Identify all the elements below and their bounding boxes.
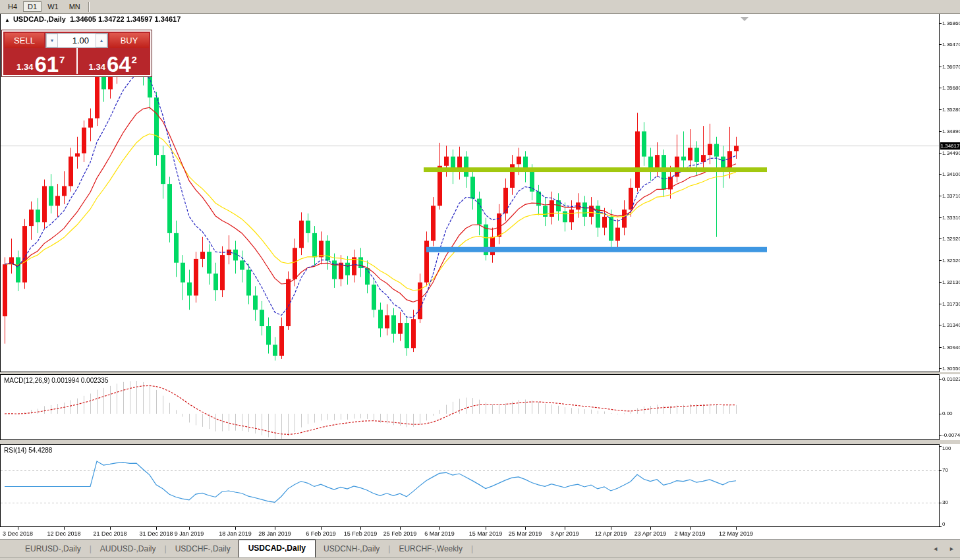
timeframe-button-mn[interactable]: MN <box>65 1 85 12</box>
buy-price[interactable]: 1.34 64 2 <box>77 49 150 74</box>
timeframe-button-d1[interactable]: D1 <box>23 1 42 12</box>
tab-separator: | <box>470 544 474 557</box>
symbol-period-label: USDCAD-,Daily <box>13 15 66 23</box>
buy-price-prefix: 1.34 <box>89 62 105 72</box>
date-axis-label: 12 Dec 2018 <box>40 530 88 537</box>
collapse-icon[interactable]: ▲ <box>5 17 10 23</box>
price-axis-label: 1.30550 <box>942 366 960 372</box>
price-axis-label: 1.32520 <box>942 258 960 264</box>
price-axis-label: 1.33710 <box>942 193 960 199</box>
macd-axis-label: -0.00747 <box>942 432 960 438</box>
rsi-axis-label: 70 <box>942 467 948 473</box>
volume-increase-button[interactable]: ▲ <box>96 34 107 47</box>
price-axis-label: 1.34890 <box>942 128 960 134</box>
price-axis-label: 1.35280 <box>942 107 960 113</box>
rsi-axis-label: 100 <box>942 445 951 451</box>
current-price-tag: 1.34617 <box>940 142 960 150</box>
price-divider <box>76 48 78 74</box>
rsi-axis-label: 0 <box>942 521 945 527</box>
date-axis-label: 3 Apr 2019 <box>541 530 588 537</box>
macd-indicator-label: MACD(12,26,9) 0.001994 0.002335 <box>4 377 108 384</box>
sell-price-prefix: 1.34 <box>16 62 33 72</box>
price-axis-label: 1.35680 <box>942 85 960 91</box>
price-axis-label: 1.30940 <box>942 345 960 350</box>
date-axis-label: 12 May 2019 <box>712 530 760 537</box>
rsi-axis-label: 30 <box>942 499 948 505</box>
price-axis-label: 1.34490 <box>942 150 960 156</box>
price-axis-label: 1.31730 <box>942 301 960 307</box>
date-axis-label: 28 Jan 2019 <box>251 530 298 537</box>
sell-button[interactable]: SELL <box>5 33 44 48</box>
date-axis-label: 2 May 2019 <box>666 530 714 537</box>
sell-price-big: 61 <box>34 55 59 74</box>
tab-usdcnh-daily[interactable]: USDCNH-,Daily <box>316 541 387 557</box>
price-axis-label: 1.36470 <box>942 42 960 47</box>
date-axis-label: 3 Dec 2018 <box>0 530 42 537</box>
timeframe-button-h4[interactable]: H4 <box>3 1 22 12</box>
date-axis-label: 6 Mar 2019 <box>416 530 463 537</box>
price-axis-label: 1.36860 <box>942 20 960 26</box>
tab-eurchf-weekly[interactable]: EURCHF-,Weekly <box>391 541 470 557</box>
price-axis-label: 1.36070 <box>942 64 960 70</box>
price-axis-label: 1.32920 <box>942 236 960 242</box>
tab-eurusd-daily[interactable]: EURUSD-,Daily <box>17 541 89 557</box>
macd-axis-label: 0.010229 <box>942 376 960 382</box>
toolbar-separator <box>88 2 90 12</box>
tab-scroll-right-icon[interactable]: ► <box>949 546 955 552</box>
chart-window: ▲USDCAD-,Daily 1.34605 1.34722 1.34597 1… <box>0 13 960 539</box>
volume-decrease-button[interactable]: ▼ <box>46 34 58 47</box>
timeframe-button-w1[interactable]: W1 <box>43 1 63 12</box>
buy-price-big: 64 <box>107 55 131 74</box>
price-axis-label: 1.33310 <box>942 215 960 221</box>
chart-canvas[interactable] <box>0 13 960 539</box>
tab-usdcad-daily[interactable]: USDCAD-,Daily <box>239 540 316 557</box>
price-axis-label: 1.34100 <box>942 171 960 177</box>
date-axis-label: 9 Jan 2019 <box>165 530 213 537</box>
symbol-tab-bar: EURUSD-,Daily|AUDUSD-,Daily|USDCHF-,Dail… <box>0 539 960 557</box>
tab-usdchf-daily[interactable]: USDCHF-,Daily <box>167 541 239 557</box>
price-axis-label: 1.32130 <box>942 279 960 285</box>
tab-scroll-left-icon[interactable]: ◄ <box>932 546 938 552</box>
status-bar <box>0 557 960 560</box>
rsi-indicator-label: RSI(14) 54.4288 <box>4 447 52 454</box>
volume-spinner: ▼ 1.00 ▲ <box>45 33 108 48</box>
macd-axis-label: 0.00 <box>942 410 953 416</box>
buy-price-sup: 2 <box>132 54 137 65</box>
volume-input[interactable]: 1.00 <box>58 34 96 47</box>
sell-price-sup: 7 <box>59 54 65 65</box>
chart-title: ▲USDCAD-,Daily 1.34605 1.34722 1.34597 1… <box>5 15 181 23</box>
one-click-trading-panel: SELL ▼ 1.00 ▲ BUY 1.34 61 7 1.34 64 2 <box>1 30 152 77</box>
ohlc-values: 1.34605 1.34722 1.34597 1.34617 <box>70 15 181 23</box>
price-axis-label: 1.31340 <box>942 322 960 328</box>
tab-audusd-daily[interactable]: AUDUSD-,Daily <box>92 541 164 557</box>
sell-price[interactable]: 1.34 61 7 <box>5 49 77 74</box>
timeframe-toolbar: H4D1W1MN <box>0 0 960 14</box>
date-axis-label: 21 Dec 2018 <box>86 530 134 537</box>
buy-button[interactable]: BUY <box>109 33 149 48</box>
